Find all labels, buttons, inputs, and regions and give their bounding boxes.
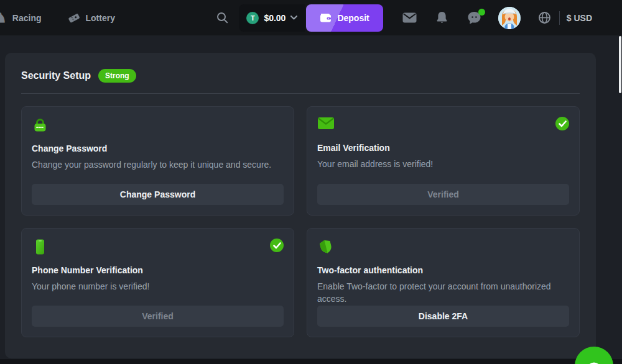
chat-icon[interactable] (467, 11, 481, 24)
security-setup-panel: Security Setup Strong Change Password Ch… (5, 53, 596, 358)
lock-icon (32, 117, 49, 134)
nav-racing-label: Racing (12, 13, 42, 23)
card-description: Your phone number is verified! (32, 281, 284, 293)
search-icon[interactable] (216, 11, 229, 24)
chevron-down-icon (290, 16, 297, 20)
primary-nav: ♞ Racing Lottery (0, 11, 115, 24)
currency-selector[interactable]: $ USD (567, 13, 592, 23)
card-top-row (32, 117, 284, 134)
card-phone-verification: Phone Number Verification Your phone num… (21, 228, 294, 337)
avatar[interactable] (498, 7, 521, 29)
card-title: Change Password (32, 143, 284, 153)
security-cards-grid: Change Password Change your password reg… (21, 106, 580, 337)
envelope-icon (317, 117, 335, 130)
ticket-icon (68, 12, 80, 24)
nav-item-lottery[interactable]: Lottery (68, 12, 115, 24)
wallet-balance: $0.00 (264, 13, 285, 23)
card-title: Two-factor authentication (317, 265, 569, 275)
panel-header: Security Setup Strong (21, 69, 580, 83)
shield-icon (317, 239, 335, 255)
card-top-row (317, 239, 569, 255)
tether-coin-icon: T (246, 12, 259, 24)
wallet-icon (320, 13, 332, 22)
deposit-label: Deposit (337, 13, 369, 23)
horse-icon: ♞ (0, 11, 7, 24)
wallet-balance-dropdown[interactable]: T $0.00 (239, 4, 305, 32)
scrollbar-thumb[interactable] (619, 36, 621, 93)
nav-item-racing[interactable]: ♞ Racing (0, 11, 42, 24)
verified-check-icon (555, 117, 569, 130)
header-divider (21, 93, 580, 94)
verified-check-icon (270, 239, 284, 252)
security-strength-badge: Strong (98, 69, 136, 83)
change-password-button[interactable]: Change Password (32, 184, 284, 205)
phone-icon (32, 239, 49, 255)
card-top-row (32, 239, 284, 255)
card-title: Phone Number Verification (32, 265, 284, 275)
card-top-row (317, 117, 569, 133)
card-two-factor: Two-factor authentication Enable Two-fac… (307, 228, 580, 337)
deposit-button[interactable]: Deposit (306, 4, 383, 32)
phone-verified-button: Verified (32, 306, 284, 327)
globe-icon[interactable] (538, 11, 551, 24)
disable-2fa-button[interactable]: Disable 2FA (317, 306, 569, 327)
footer-edge (0, 359, 622, 364)
email-verified-button: Verified (317, 184, 569, 205)
top-bar: ♞ Racing Lottery T (0, 0, 622, 35)
headset-icon (585, 354, 603, 364)
card-description: Change your password regularly to keep i… (32, 159, 284, 171)
page-title: Security Setup (21, 70, 91, 81)
chat-notification-dot (478, 9, 485, 16)
card-email-verification: Email Verification Your email address is… (307, 106, 580, 216)
card-change-password: Change Password Change your password reg… (21, 106, 294, 216)
card-title: Email Verification (317, 143, 569, 153)
topbar-divider (559, 11, 560, 25)
nav-lottery-label: Lottery (86, 13, 115, 23)
card-description: Your email address is verified! (317, 158, 569, 171)
topbar-right-cluster: T $0.00 Deposit (216, 4, 592, 32)
bell-icon[interactable] (436, 11, 448, 24)
mail-icon[interactable] (402, 12, 417, 23)
card-description: Enable Two-factor to protect your accoun… (317, 281, 569, 306)
